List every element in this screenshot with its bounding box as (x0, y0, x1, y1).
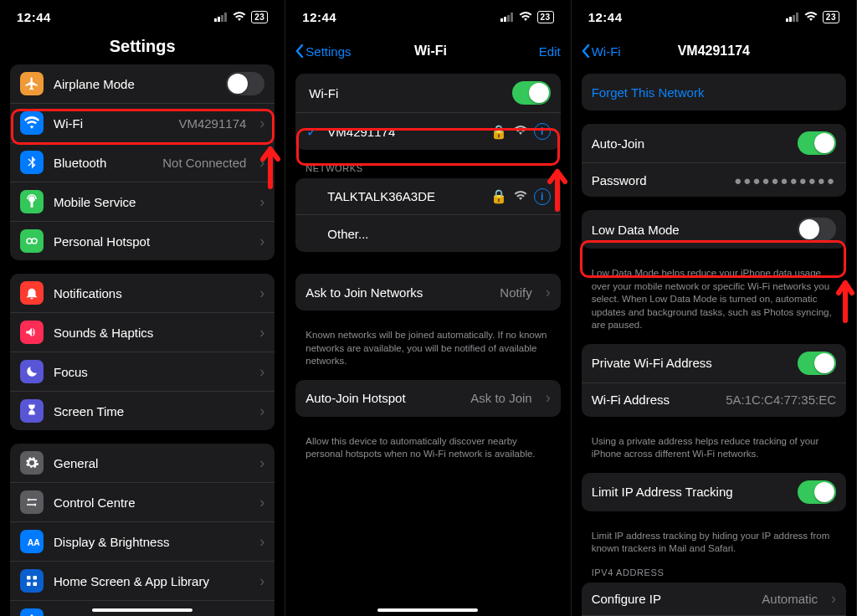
autojoin-toggle[interactable] (798, 131, 836, 155)
lowdata-label: Low Data Mode (592, 223, 788, 237)
svg-rect-3 (224, 13, 227, 22)
display-label: Display & Brightness (54, 535, 246, 549)
clock: 12:44 (17, 10, 51, 24)
chevron-icon: › (546, 389, 551, 407)
svg-rect-0 (214, 18, 217, 22)
signal-icon (500, 13, 514, 22)
wifi-icon (233, 10, 246, 24)
back-button[interactable]: Settings (295, 44, 351, 59)
antenna-icon (20, 190, 44, 213)
svg-rect-20 (511, 13, 513, 22)
control-centre-row[interactable]: Control Centre › (10, 483, 275, 522)
home-indicator[interactable] (377, 608, 478, 612)
autojoin-hotspot-row[interactable]: Auto-Join Hotspot Ask to Join › (295, 380, 560, 417)
homescreen-row[interactable]: Home Screen & App Library › (10, 562, 275, 601)
airplane-toggle[interactable] (226, 72, 264, 95)
home-indicator[interactable] (92, 608, 192, 612)
ask-to-join-row[interactable]: Ask to Join Networks Notify › (295, 274, 560, 311)
forget-network-row[interactable]: Forget This Network (582, 74, 846, 110)
svg-rect-2 (221, 15, 223, 22)
general-label: General (54, 456, 246, 470)
wifi-icon (804, 10, 818, 24)
svg-rect-23 (793, 15, 795, 22)
network-row[interactable]: TALKTALK36A3DE 🔒 i (295, 178, 560, 215)
mobile-row[interactable]: Mobile Service › (10, 182, 275, 222)
control-label: Control Centre (54, 495, 246, 510)
homescreen-label: Home Screen & App Library (54, 574, 246, 588)
connected-network-row[interactable]: ✓ VM4291174 🔒 i (295, 113, 560, 150)
chevron-icon: › (259, 454, 264, 472)
wifi-toggle-row[interactable]: Wi-Fi (295, 74, 560, 113)
sliders-icon (20, 490, 44, 514)
hotspot-icon (20, 229, 44, 253)
other-label: Other... (327, 227, 550, 241)
password-value: ●●●●●●●●●●● (734, 173, 836, 187)
svg-rect-9 (27, 504, 33, 506)
chevron-icon: › (259, 533, 264, 551)
edit-button[interactable]: Edit (511, 44, 561, 59)
display-row[interactable]: AA Display & Brightness › (10, 522, 275, 562)
bell-icon (20, 281, 44, 305)
ipv4-header: IPV4 ADDRESS (582, 567, 846, 583)
bluetooth-icon (20, 151, 44, 174)
chevron-icon: › (259, 193, 264, 211)
focus-row[interactable]: Focus › (10, 352, 275, 392)
private-footer: Using a private address helps reduce tra… (582, 430, 846, 473)
hotspot-row[interactable]: Personal Hotspot › (10, 222, 275, 260)
limit-tracking-row[interactable]: Limit IP Address Tracking (582, 473, 846, 511)
low-data-mode-row[interactable]: Low Data Mode (582, 210, 846, 249)
configure-ip-row[interactable]: Configure IP Automatic › (582, 583, 846, 616)
wifi-row[interactable]: Wi-Fi VM4291174 › (10, 104, 275, 143)
nav-bar: Wi-Fi VM4291174 (572, 33, 856, 69)
private-address-row[interactable]: Private Wi-Fi Address (582, 344, 846, 383)
wifi-toggle[interactable] (512, 81, 551, 105)
status-bar: 12:44 23 (285, 0, 570, 33)
chevron-icon: › (259, 612, 264, 617)
private-toggle[interactable] (798, 352, 836, 375)
back-button[interactable]: Wi-Fi (582, 44, 632, 59)
svg-rect-13 (27, 583, 31, 587)
autojoin-row[interactable]: Auto-Join (582, 124, 846, 163)
battery-icon: 23 (823, 11, 839, 23)
info-button[interactable]: i (534, 123, 551, 140)
mobile-label: Mobile Service (54, 195, 246, 209)
password-row[interactable]: Password ●●●●●●●●●●● (582, 163, 846, 197)
limit-toggle[interactable] (798, 480, 836, 504)
limit-label: Limit IP Address Tracking (592, 485, 788, 499)
wifi-strength-icon (514, 124, 527, 139)
status-bar: 12:44 23 (0, 0, 285, 33)
signal-icon (786, 13, 799, 22)
chevron-icon: › (259, 233, 264, 250)
svg-point-5 (32, 239, 37, 244)
bluetooth-row[interactable]: Bluetooth Not Connected › (10, 143, 275, 182)
battery-icon: 23 (251, 11, 268, 23)
svg-text:AA: AA (28, 537, 39, 547)
wifi-icon (20, 111, 44, 135)
hotspot-label: Personal Hotspot (54, 234, 246, 249)
focus-label: Focus (54, 365, 246, 379)
screentime-label: Screen Time (54, 404, 246, 418)
other-network-row[interactable]: Other... (295, 215, 560, 252)
svg-rect-14 (33, 583, 38, 587)
screentime-row[interactable]: Screen Time › (10, 392, 275, 430)
airplane-mode-row[interactable]: Airplane Mode (10, 64, 275, 104)
network-detail-screen: 12:44 23 Wi-Fi VM4291174 Forget This Net… (572, 0, 857, 616)
grid-icon (20, 569, 44, 593)
page-title: Settings (0, 33, 285, 59)
sounds-label: Sounds & Haptics (54, 326, 246, 340)
chevron-icon: › (259, 403, 264, 420)
lowdata-toggle[interactable] (798, 218, 836, 241)
svg-rect-21 (786, 18, 788, 22)
sounds-row[interactable]: Sounds & Haptics › (10, 313, 275, 352)
display-icon: AA (20, 530, 44, 553)
configure-label: Configure IP (592, 592, 752, 606)
wifi-list-screen: 12:44 23 Settings Wi-Fi Edit Wi-Fi ✓ V (285, 0, 571, 616)
svg-point-4 (27, 239, 32, 244)
chevron-icon: › (259, 572, 264, 590)
svg-rect-1 (218, 17, 220, 22)
chevron-icon: › (259, 285, 264, 302)
notifications-row[interactable]: Notifications › (10, 274, 275, 313)
general-row[interactable]: General › (10, 444, 275, 483)
wifi-value: VM4291174 (178, 116, 246, 131)
info-button[interactable]: i (534, 188, 551, 205)
